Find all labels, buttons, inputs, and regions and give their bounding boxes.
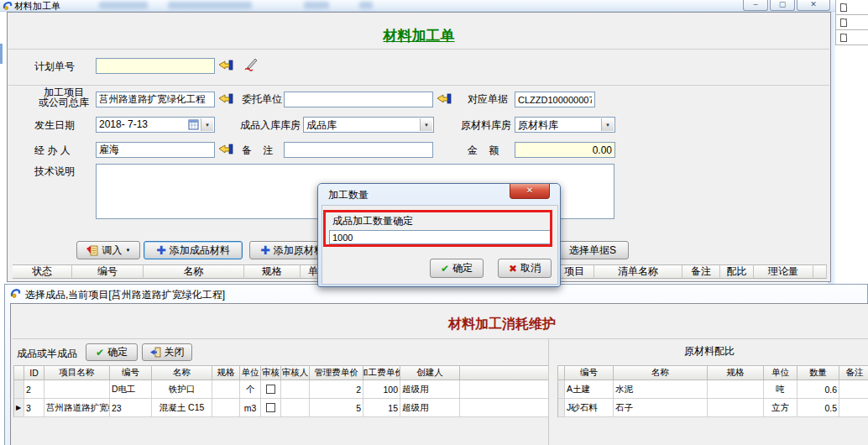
app-icon — [10, 288, 21, 299]
background-grid-row — [835, 30, 868, 45]
cell-id: 2 — [24, 380, 44, 399]
close-button[interactable]: ✕ — [797, 0, 830, 11]
select-doc-button[interactable]: 选择单据S — [557, 241, 629, 259]
row-indicator — [14, 380, 24, 399]
handler-label: 经 办 人 — [34, 144, 71, 156]
add-product-button[interactable]: ✚ 添加成品材料 — [144, 241, 243, 259]
cell-name: 石子 — [614, 399, 708, 417]
col-header-filler — [460, 366, 548, 380]
hand-pick-icon[interactable] — [219, 92, 234, 105]
cell-remark — [839, 380, 868, 399]
chevron-down-icon[interactable]: ▼ — [601, 118, 614, 131]
col-header: 编号 — [72, 264, 144, 279]
materials-caption: 原材料配比 — [549, 344, 868, 359]
x-icon: ✖ — [509, 263, 517, 275]
col-header: 理论量 — [754, 264, 813, 279]
page-icon — [840, 3, 847, 12]
cell-audit — [261, 399, 281, 417]
cell-auditor — [281, 380, 310, 399]
audit-checkbox[interactable] — [266, 385, 275, 394]
hand-pick-icon[interactable] — [219, 143, 234, 155]
quantity-input[interactable] — [329, 230, 551, 244]
cell-filler — [460, 380, 548, 399]
background-grid-sliver — [835, 0, 868, 45]
minimize-button[interactable]: – — [743, 0, 768, 11]
col-header-filler — [813, 264, 827, 279]
check-icon: ✔ — [441, 263, 449, 275]
col-header: 名称 — [614, 366, 708, 380]
col-header: 配比 — [720, 264, 754, 279]
col-header: 规格 — [244, 264, 301, 279]
cell-name: 混凝土 C15 — [152, 399, 212, 417]
col-header: 规格 — [212, 366, 240, 380]
amount-input[interactable] — [515, 142, 615, 158]
cell-spec — [708, 380, 764, 399]
row-indicator-header — [558, 366, 565, 380]
cell-spec — [212, 399, 240, 417]
col-header: 加工费单价 — [363, 366, 400, 380]
plus-icon: ✚ — [260, 245, 270, 255]
dialog-cancel-button[interactable]: ✖ 取消 — [498, 259, 552, 278]
door-exit-icon — [150, 347, 161, 358]
page-icon — [840, 34, 847, 42]
raw-warehouse-select[interactable]: 原材料库 ▼ — [515, 117, 615, 133]
plan-no-input[interactable] — [96, 58, 215, 74]
date-picker[interactable]: 2018- 7-13 ▼ — [96, 117, 215, 133]
client-input[interactable] — [284, 92, 433, 107]
import-button[interactable]: 调入 ▼ — [76, 241, 140, 259]
plus-icon: ✚ — [156, 245, 166, 255]
col-header: 单位 — [764, 366, 797, 380]
hand-pick-icon[interactable] — [219, 59, 234, 71]
table-row[interactable]: A土建 水泥 吨 0.6 — [558, 380, 868, 399]
col-header: 状态 — [13, 264, 72, 279]
products-header-row: ID 项目名称 编号 名称 规格 单位 审核 审核人 管理费单价 加工费单价 创… — [14, 366, 548, 380]
cell-unit: 个 — [240, 380, 261, 399]
cell-qty: 0.6 — [797, 380, 839, 399]
background-grid-row — [835, 0, 868, 15]
col-header: 编号 — [565, 366, 614, 380]
hand-pick-icon[interactable] — [437, 92, 452, 105]
cell-spec — [708, 399, 764, 417]
redacted-text — [99, 2, 148, 9]
quantity-prompt: 成品加工数量确定 — [332, 215, 413, 227]
divider — [8, 49, 829, 50]
col-header: 单位 — [240, 366, 261, 380]
col-header: 数量 — [797, 366, 839, 380]
cell-unit: 吨 — [764, 380, 797, 399]
materials-header-row: 编号 名称 规格 单位 数量 备注 — [558, 366, 868, 380]
dialog-title: 加工数量 — [328, 188, 369, 202]
project-input[interactable] — [96, 92, 215, 107]
fin-warehouse-select[interactable]: 成品库 ▼ — [303, 117, 434, 133]
remark-input[interactable] — [284, 142, 433, 158]
handler-input[interactable] — [96, 142, 215, 158]
table-row[interactable]: J砂石料 石子 立方 0.5 — [558, 399, 868, 417]
cell-name: 铁护口 — [152, 380, 212, 399]
maximize-button[interactable]: ▢ — [770, 0, 795, 11]
doc-input[interactable] — [515, 92, 595, 107]
table-row-selected[interactable]: ▶ 3 莒州路道路扩宽绿 23 混凝土 C15 m3 5 15 超级用 — [14, 399, 548, 417]
cell-remark — [839, 399, 868, 417]
calendar-icon — [188, 119, 199, 130]
cell-creator: 超级用 — [400, 399, 460, 417]
cell-name: 水泥 — [614, 380, 708, 399]
cell-unit: m3 — [240, 399, 261, 417]
picker-window-title: 选择成品,当前项目[莒州路道路扩宽绿化工程] — [25, 288, 225, 302]
picker-heading: 材料加工消耗维护 — [401, 316, 603, 333]
col-header: 编号 — [110, 366, 152, 380]
cell-creator: 超级用 — [400, 380, 460, 399]
picker-ok-button[interactable]: ✔ 确定 — [86, 343, 138, 361]
audit-checkbox[interactable] — [266, 403, 275, 412]
materials-table: 编号 名称 规格 单位 数量 备注 A土建 水泥 吨 0.6 — [557, 365, 868, 417]
col-header: 管理费单价 — [310, 366, 363, 380]
col-header: 项目 — [555, 264, 594, 279]
dialog-ok-button[interactable]: ✔ 确定 — [430, 259, 484, 278]
picker-close-button[interactable]: 关闭 — [142, 343, 192, 361]
raw-warehouse-label: 原材料库房 — [461, 119, 511, 131]
dialog-close-button[interactable]: ✕ — [510, 184, 550, 199]
cell-auditor — [281, 399, 310, 417]
chevron-down-icon[interactable]: ▼ — [201, 118, 213, 131]
chevron-down-icon[interactable]: ▼ — [420, 118, 432, 131]
row-indicator-current: ▶ — [14, 399, 24, 417]
table-row[interactable]: 2 D电工 铁护口 个 2 100 超级用 — [14, 380, 548, 399]
edit-pencil-icon[interactable] — [244, 57, 259, 71]
